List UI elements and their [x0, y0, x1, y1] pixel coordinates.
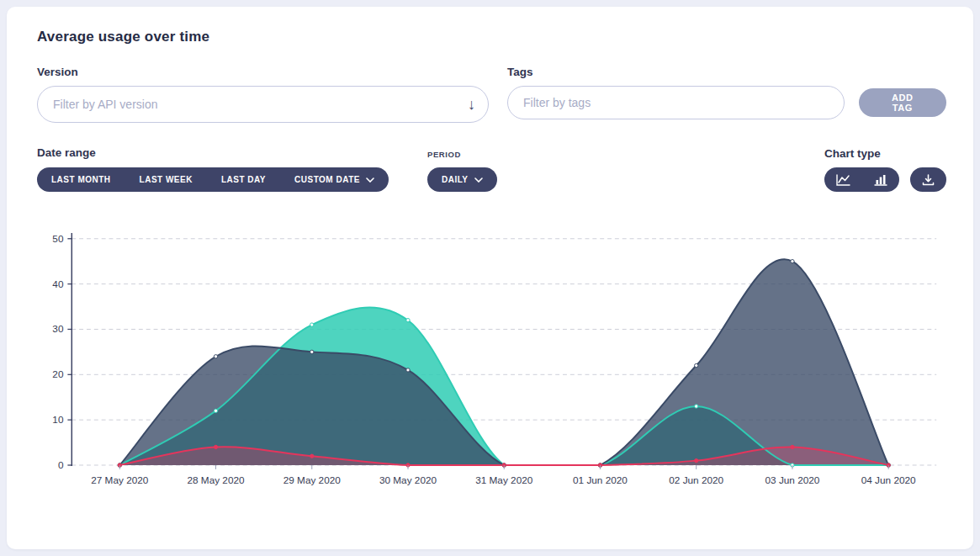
svg-text:30 May 2020: 30 May 2020 — [379, 474, 437, 485]
chart-type-label: Chart type — [824, 147, 881, 160]
svg-text:20: 20 — [52, 368, 64, 379]
date-range-last-week[interactable]: LAST WEEK — [125, 167, 207, 192]
svg-text:0: 0 — [58, 459, 64, 470]
bar-chart-button[interactable] — [862, 167, 899, 192]
bar-chart-icon — [874, 174, 887, 186]
period-select[interactable]: DAILY — [427, 167, 497, 192]
svg-text:40: 40 — [52, 278, 64, 289]
svg-text:01 Jun 2020: 01 Jun 2020 — [573, 474, 628, 485]
controls-row: Date range LAST MONTH LAST WEEK LAST DAY… — [37, 146, 946, 192]
period-label: PERIOD — [427, 150, 497, 159]
svg-text:27 May 2020: 27 May 2020 — [91, 474, 149, 485]
date-range-custom-date[interactable]: CUSTOM DATE — [280, 167, 389, 192]
svg-text:29 May 2020: 29 May 2020 — [283, 474, 342, 485]
chart-type-group — [824, 167, 899, 192]
date-range-group: LAST MONTH LAST WEEK LAST DAY CUSTOM DAT… — [37, 167, 389, 192]
date-range-last-month-label: LAST MONTH — [51, 175, 111, 184]
version-filter-input[interactable] — [37, 86, 489, 123]
date-range-last-month[interactable]: LAST MONTH — [37, 167, 125, 192]
tags-filter-input[interactable] — [507, 86, 845, 119]
tags-filter: Tags ADD TAG — [507, 66, 946, 119]
usage-panel: Average usage over time Version ↓ Tags A… — [7, 7, 973, 549]
svg-text:02 Jun 2020: 02 Jun 2020 — [669, 474, 723, 485]
filters-row: Version ↓ Tags ADD TAG — [37, 66, 946, 123]
date-range-last-day-label: LAST DAY — [221, 175, 266, 184]
date-range-label: Date range — [37, 146, 389, 159]
date-range: Date range LAST MONTH LAST WEEK LAST DAY… — [37, 146, 389, 192]
download-pill — [910, 167, 946, 192]
svg-text:10: 10 — [52, 414, 64, 425]
page-title: Average usage over time — [37, 29, 946, 45]
period-control: PERIOD DAILY — [427, 150, 497, 192]
chart-area: 0102030405027 May 202028 May 202029 May … — [37, 227, 946, 505]
svg-text:50: 50 — [52, 233, 64, 244]
download-button[interactable] — [910, 167, 946, 192]
add-tag-button[interactable]: ADD TAG — [859, 88, 946, 117]
svg-text:31 May 2020: 31 May 2020 — [475, 474, 533, 485]
dropdown-arrow-icon[interactable]: ↓ — [468, 97, 475, 112]
tags-filter-label: Tags — [507, 66, 946, 78]
svg-text:28 May 2020: 28 May 2020 — [187, 474, 245, 485]
line-chart-icon — [836, 174, 850, 186]
date-range-last-week-label: LAST WEEK — [140, 175, 193, 184]
date-range-last-day[interactable]: LAST DAY — [207, 167, 280, 192]
date-range-custom-date-label: CUSTOM DATE — [294, 175, 360, 184]
chevron-down-icon — [474, 177, 483, 183]
version-filter-label: Version — [37, 66, 489, 78]
svg-text:03 Jun 2020: 03 Jun 2020 — [765, 474, 820, 485]
period-selected-value: DAILY — [442, 175, 469, 184]
download-icon — [922, 174, 935, 186]
chart-type-control: Chart type — [824, 147, 946, 192]
svg-text:30: 30 — [52, 323, 64, 334]
version-filter: Version ↓ — [37, 66, 489, 123]
usage-chart: 0102030405027 May 202028 May 202029 May … — [37, 227, 946, 501]
svg-text:04 Jun 2020: 04 Jun 2020 — [861, 474, 916, 485]
chevron-down-icon — [366, 177, 374, 183]
line-chart-button[interactable] — [824, 167, 862, 192]
